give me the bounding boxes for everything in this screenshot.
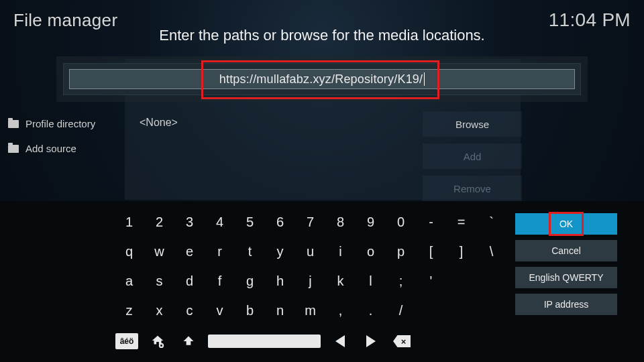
- key-h[interactable]: h: [265, 268, 295, 294]
- accent-key[interactable]: âéö: [115, 333, 138, 349]
- cursor-left-key[interactable]: [329, 331, 352, 351]
- key-t[interactable]: t: [235, 239, 265, 264]
- key-=[interactable]: =: [446, 209, 476, 235]
- key-2[interactable]: 2: [144, 209, 174, 235]
- key-;[interactable]: ;: [386, 268, 416, 294]
- key-3[interactable]: 3: [174, 209, 205, 235]
- remove-button[interactable]: Remove: [423, 176, 522, 201]
- sidebar-item-label: Add source: [25, 143, 76, 154]
- key-`[interactable]: `: [476, 209, 506, 235]
- triangle-left-icon: [335, 335, 345, 347]
- text-cursor: [424, 72, 425, 86]
- sidebar: Profile directory Add source: [8, 111, 119, 161]
- key-m[interactable]: m: [295, 298, 325, 323]
- key-s[interactable]: s: [144, 268, 174, 294]
- key-x[interactable]: x: [144, 298, 174, 323]
- key-v[interactable]: v: [205, 298, 235, 323]
- shift-lock-key[interactable]: [146, 331, 169, 351]
- sidebar-item-add-source[interactable]: Add source: [8, 136, 119, 161]
- key-k[interactable]: k: [325, 268, 356, 294]
- keyboard-row-1: 1234567890-=`: [114, 209, 510, 235]
- onscreen-keyboard: 1234567890-=` qwertyuiop[]\ asdfghjkl;' …: [114, 209, 510, 327]
- key-][interactable]: ]: [446, 239, 476, 264]
- url-input[interactable]: https://mullafabz.xyz/Repository/K19/: [69, 69, 575, 89]
- layout-button[interactable]: English QWERTY: [515, 267, 617, 288]
- folder-icon: [8, 120, 19, 128]
- key-q[interactable]: q: [114, 239, 144, 264]
- key-e[interactable]: e: [174, 239, 205, 264]
- key-7[interactable]: 7: [295, 209, 325, 235]
- remove-label: Remove: [453, 183, 491, 194]
- url-input-wrap: https://mullafabz.xyz/Repository/K19/: [63, 63, 581, 95]
- key-i[interactable]: i: [325, 239, 356, 264]
- ok-button[interactable]: OK: [515, 213, 617, 235]
- home-lock-icon: [150, 334, 165, 349]
- keyboard-row-3: asdfghjkl;': [114, 268, 510, 294]
- accent-key-label: âéö: [120, 337, 134, 346]
- key-6[interactable]: 6: [265, 209, 295, 235]
- cancel-label: Cancel: [551, 245, 581, 256]
- keyboard-row-2: qwertyuiop[]\: [114, 239, 510, 264]
- keyboard-side-actions: OK Cancel English QWERTY IP address: [515, 213, 617, 315]
- key-o[interactable]: o: [356, 239, 386, 264]
- key-'[interactable]: ': [416, 268, 446, 294]
- triangle-right-icon: [366, 335, 376, 347]
- sidebar-item-label: Profile directory: [25, 118, 95, 129]
- keyboard-row-4: zxcvbnm,./: [114, 298, 510, 323]
- svg-rect-1: [160, 345, 162, 347]
- key-0[interactable]: 0: [386, 209, 416, 235]
- key-9[interactable]: 9: [356, 209, 386, 235]
- key-8[interactable]: 8: [325, 209, 356, 235]
- key-j[interactable]: j: [295, 268, 325, 294]
- cancel-button[interactable]: Cancel: [515, 240, 617, 261]
- backspace-key[interactable]: ×: [390, 331, 413, 351]
- source-action-column: Browse Add Remove: [423, 111, 522, 201]
- ip-label: IP address: [544, 299, 589, 310]
- key-1[interactable]: 1: [114, 209, 144, 235]
- shift-icon: [182, 335, 195, 348]
- keyboard-bottom-row: âéö ×: [115, 331, 413, 351]
- layout-label: English QWERTY: [529, 272, 604, 283]
- key-a[interactable]: a: [114, 268, 144, 294]
- browse-label: Browse: [455, 119, 489, 130]
- key-l[interactable]: l: [356, 268, 386, 294]
- key-[[interactable]: [: [416, 239, 446, 264]
- key-/[interactable]: /: [386, 298, 416, 323]
- cursor-right-key[interactable]: [360, 331, 382, 351]
- key-y[interactable]: y: [265, 239, 295, 264]
- ok-label: OK: [559, 219, 573, 229]
- key-.[interactable]: .: [356, 298, 386, 323]
- key-z[interactable]: z: [114, 298, 144, 323]
- key-d[interactable]: d: [174, 268, 205, 294]
- url-input-value: https://mullafabz.xyz/Repository/K19/: [219, 72, 423, 86]
- dialog-prompt: Enter the paths or browse for the media …: [0, 27, 644, 44]
- key-g[interactable]: g: [235, 268, 265, 294]
- source-none-label: <None>: [140, 117, 178, 129]
- add-label: Add: [464, 151, 482, 162]
- shift-key[interactable]: [177, 331, 200, 351]
- sidebar-item-profile-directory[interactable]: Profile directory: [8, 111, 119, 136]
- key-4[interactable]: 4: [205, 209, 235, 235]
- key-u[interactable]: u: [295, 239, 325, 264]
- key-f[interactable]: f: [205, 268, 235, 294]
- key-5[interactable]: 5: [235, 209, 265, 235]
- key-\[interactable]: \: [476, 239, 506, 264]
- key--[interactable]: -: [416, 209, 446, 235]
- ip-address-button[interactable]: IP address: [515, 294, 617, 315]
- key-r[interactable]: r: [205, 239, 235, 264]
- key-,[interactable]: ,: [325, 298, 356, 323]
- backspace-icon: ×: [393, 335, 411, 347]
- browse-button[interactable]: Browse: [423, 111, 522, 137]
- spacebar-key[interactable]: [208, 335, 321, 348]
- key-w[interactable]: w: [144, 239, 174, 264]
- key-n[interactable]: n: [265, 298, 295, 323]
- add-button[interactable]: Add: [423, 143, 522, 169]
- folder-icon: [8, 145, 19, 153]
- key-b[interactable]: b: [235, 298, 265, 323]
- key-p[interactable]: p: [386, 239, 416, 264]
- key-c[interactable]: c: [174, 298, 205, 323]
